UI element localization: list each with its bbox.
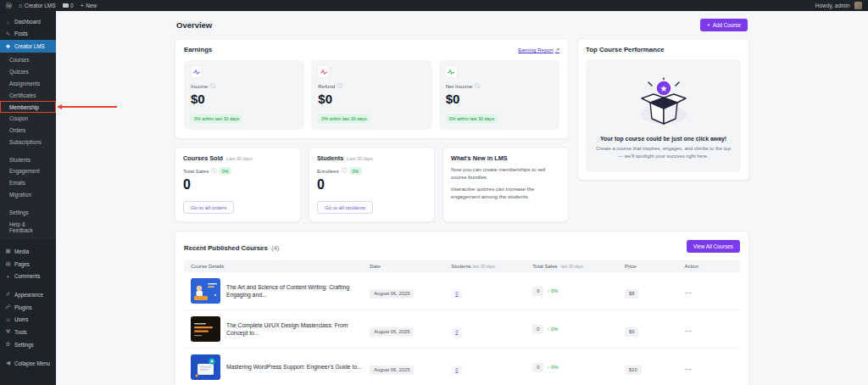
course-title[interactable]: The Art and Science of Content Writing: … (226, 283, 370, 299)
refund-value: $0 (318, 92, 425, 106)
course-title[interactable]: The Complete UI/UX Design Masterclass: F… (226, 321, 370, 337)
new-content-menu[interactable]: + New (81, 3, 97, 8)
comments-menu[interactable]: 0 (63, 3, 74, 8)
students-title: Students (317, 154, 343, 162)
activity-icon (318, 66, 329, 77)
sidebar-item[interactable]: ◖ Comments (0, 271, 56, 282)
trend-up-icon: ↑ (547, 326, 549, 332)
sales-count: 0 (532, 287, 543, 296)
menu-icon: ▦ (5, 248, 11, 254)
students-value: 0 (317, 177, 426, 192)
top-course-performance-card: Top Course Performance (577, 38, 749, 181)
row-actions-button[interactable]: ⋯ (684, 289, 692, 297)
income-label: Income (191, 83, 208, 89)
info-icon[interactable]: ⓘ (475, 82, 480, 90)
students-link[interactable]: 0 (451, 289, 462, 299)
menu-icon: ◖ (5, 273, 11, 279)
wp-logo-icon[interactable]: Ⓦ (6, 3, 12, 8)
net-income-trend-badge: 0% within last 30 days (446, 114, 498, 123)
total-sales-pct-badge: 0% (219, 167, 231, 175)
col-price: Price (625, 264, 684, 269)
sidebar-item[interactable]: ▤ Pages (0, 258, 56, 271)
collapse-menu-button[interactable]: ◀ Collapse Menu (0, 357, 56, 370)
sales-count: 0 (532, 363, 543, 372)
sidebar-item[interactable]: ⚙ Settings (0, 338, 56, 351)
table-row: Mastering WordPress Support: Engineer's … (184, 349, 740, 385)
go-to-students-button[interactable]: Go to all students (317, 201, 373, 214)
submenu-item-label: Certificates (9, 92, 36, 98)
students-link[interactable]: 0 (451, 327, 462, 337)
trend-up-badge: ↑ 0% (547, 288, 558, 293)
submenu-item[interactable]: Orders (0, 125, 56, 137)
course-title[interactable]: Mastering WordPress Support: Engineer's … (226, 363, 362, 371)
submenu-item[interactable]: Certificates (0, 89, 56, 101)
menu-icon: ✎ (5, 31, 11, 37)
row-actions-button[interactable]: ⋯ (684, 365, 692, 373)
submenu-item-label: Membership (9, 104, 39, 110)
enrollees-pct-badge: 0% (349, 167, 362, 175)
menu-icon: ⚒ (5, 328, 11, 335)
account-menu[interactable]: Howdy, admin (815, 2, 862, 9)
submenu-item[interactable]: Help & Feedback (0, 218, 56, 236)
sidebar-item[interactable]: ☍ Plugins (0, 301, 56, 314)
submenu-item-label: Help & Feedback (9, 221, 33, 233)
col-action: Action (684, 264, 733, 269)
price-badge: $10 (625, 365, 642, 375)
sidebar-item[interactable]: ☺ Users (0, 314, 56, 326)
submenu-item[interactable]: Quizzes (0, 66, 56, 78)
trend-up-icon: ↑ (547, 365, 549, 370)
refund-trend-badge: 0% within last 30 days (318, 114, 370, 123)
sidebar-item-label: Appearance (14, 292, 43, 298)
income-trend-badge: 0% within last 30 days (191, 114, 242, 123)
info-icon[interactable]: ⓘ (210, 82, 215, 90)
menu-icon: ❖ (5, 43, 11, 50)
net-income-value: $0 (446, 92, 553, 106)
submenu-item[interactable]: Subscriptions (0, 136, 56, 148)
submenu-item[interactable]: Membership (0, 101, 56, 113)
menu-icon: ⚙ (5, 341, 11, 348)
sidebar-item-label: Users (14, 316, 28, 322)
submenu-item[interactable]: Settings (0, 206, 56, 218)
earning-report-link[interactable]: Earning Report ↗ (518, 47, 559, 53)
site-menu[interactable]: ⌂ Creator LMS (19, 3, 56, 8)
submenu-item[interactable]: Students (0, 153, 56, 165)
submenu-item[interactable]: Migration (0, 189, 56, 201)
whats-new-card: What's New in LMS Now you can create mem… (442, 147, 569, 222)
menu-icon: ✐ (5, 291, 11, 298)
students-link[interactable]: 0 (451, 365, 462, 375)
view-all-courses-button[interactable]: View All Courses (687, 240, 740, 253)
col-date: Date (370, 264, 451, 269)
recent-courses-count: (4) (271, 244, 279, 252)
activity-icon (446, 66, 457, 77)
top-course-title: Top Course Performance (586, 46, 741, 53)
sidebar-item[interactable]: ❖ Creator LMS (0, 40, 56, 53)
sidebar-item[interactable]: ⚒ Tools (0, 326, 56, 338)
submenu-item[interactable]: Emails (0, 177, 56, 189)
submenu-item-label: Coupon (9, 115, 28, 121)
table-header: Course Details Date Students last 30 day… (184, 260, 740, 272)
menu-icon: ▤ (5, 260, 11, 267)
new-label: New (86, 3, 97, 8)
sidebar-item[interactable]: ✎ Posts (0, 27, 56, 40)
add-course-button[interactable]: + Add Course (700, 19, 748, 31)
row-actions-button[interactable]: ⋯ (684, 327, 692, 335)
submenu-item[interactable]: Engagement (0, 165, 56, 177)
submenu-item[interactable]: Coupon (0, 113, 56, 125)
recent-courses-section: Recent Published Courses (4) View All Co… (175, 231, 749, 385)
trend-up-icon: ↑ (547, 288, 549, 293)
date-badge: August 06, 2025 (370, 289, 414, 299)
info-icon[interactable]: ⓘ (211, 167, 216, 175)
sidebar-item[interactable]: ✐ Appearance (0, 288, 56, 301)
sidebar-item[interactable]: ▦ Media (0, 245, 56, 258)
wp-admin-bar: Ⓦ ⌂ Creator LMS 0 + New Howdy, admin (0, 0, 868, 11)
info-icon[interactable]: ⓘ (342, 167, 347, 175)
period-label: Last 30 days (226, 156, 253, 161)
go-to-orders-button[interactable]: Go to all orders (183, 201, 234, 214)
submenu-item[interactable]: Courses (0, 54, 56, 66)
sidebar-item[interactable]: ⌂ Dashboard (0, 15, 56, 27)
submenu-item[interactable]: Assignments (0, 78, 56, 90)
date-badge: August 06, 2025 (370, 365, 414, 375)
income-card: Income ⓘ $0 0% within last 30 days (184, 60, 304, 130)
info-icon[interactable]: ⓘ (337, 82, 342, 90)
menu-icon: ⌂ (5, 19, 11, 25)
